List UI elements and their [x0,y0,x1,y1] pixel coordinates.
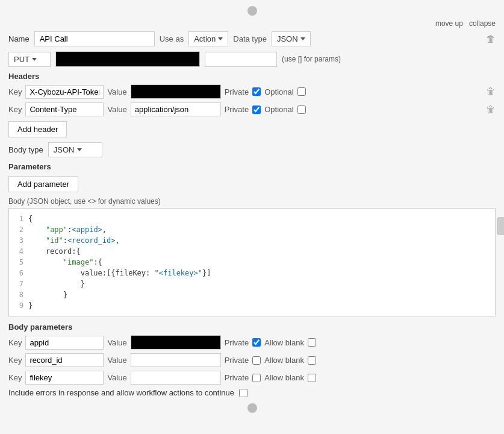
data-type-chevron-icon [300,37,305,40]
header-key-label-2: Key [8,105,22,114]
header-key-input-2[interactable] [25,102,104,116]
data-type-dropdown[interactable]: JSON [272,31,311,46]
body-param-private-label-2: Private [225,356,249,365]
include-errors-checkbox[interactable] [239,389,247,397]
data-type-label: Data type [233,34,267,43]
code-editor[interactable]: 123456789 { "app":<appid>, "id":<record_… [8,208,496,316]
method-chevron-icon [32,58,37,61]
body-param-private-checkbox-1[interactable] [252,338,261,347]
use-as-label: Use as [160,34,184,43]
body-description: Body (JSON object, use <> for dynamic va… [8,197,496,206]
name-input[interactable] [34,31,155,46]
name-label: Name [8,34,30,43]
header-optional-label-2: Optional [264,105,293,114]
body-param-value-input-3[interactable] [131,371,221,385]
body-param-value-label-3: Value [107,373,126,382]
body-param-allow-blank-label-3: Allow blank [264,373,304,382]
body-param-value-label-2: Value [107,356,126,365]
body-type-label: Body type [8,145,43,154]
body-param-key-input-2[interactable] [25,353,104,367]
right-handle [497,217,504,235]
header-value-input-1[interactable] [131,84,221,99]
header-key-label-1: Key [8,87,22,96]
parameters-title: Parameters [8,162,496,171]
body-param-value-input-2[interactable] [131,353,221,367]
delete-header-1-button[interactable]: 🗑 [486,86,496,97]
body-param-private-checkbox-2[interactable] [252,356,261,365]
body-param-key-input-1[interactable] [25,336,104,350]
body-param-key-input-3[interactable] [25,371,104,385]
body-param-private-label-3: Private [225,373,249,382]
header-value-label-2: Value [107,105,126,114]
body-type-chevron-icon [77,148,82,151]
body-type-dropdown[interactable]: JSON [48,142,102,157]
add-parameter-button[interactable]: Add parameter [8,176,78,192]
header-optional-label-1: Optional [264,87,293,96]
delete-header-2-button[interactable]: 🗑 [486,104,496,115]
headers-title: Headers [8,72,496,81]
url-extra-input[interactable] [205,52,277,67]
header-value-label-1: Value [107,87,126,96]
include-errors-label: Include errors in response and allow wor… [8,388,234,397]
header-private-checkbox-2[interactable] [252,105,261,114]
code-content: { "app":<appid>, "id":<record_id>, recor… [28,213,211,311]
delete-action-button[interactable]: 🗑 [486,34,496,45]
body-param-value-input-1[interactable] [131,335,221,350]
collapse-link[interactable]: collapse [469,19,496,28]
method-dropdown[interactable]: PUT [8,52,51,67]
header-optional-checkbox-2[interactable] [297,105,306,114]
body-param-private-checkbox-3[interactable] [252,374,261,382]
method-value: PUT [14,55,30,64]
header-value-input-2[interactable] [131,102,221,116]
body-param-allow-blank-checkbox-3[interactable] [308,374,316,382]
header-optional-checkbox-1[interactable] [297,87,306,96]
header-private-label-2: Private [225,105,249,114]
use-as-value: Action [194,34,216,43]
params-note: (use [] for params) [282,55,341,63]
body-param-key-label-2: Key [8,356,22,365]
body-param-private-label-1: Private [225,338,249,347]
header-private-label-1: Private [225,87,249,96]
use-as-dropdown[interactable]: Action [188,31,228,46]
header-key-input-1[interactable] [25,85,104,99]
data-type-value: JSON [277,34,298,43]
body-param-allow-blank-checkbox-1[interactable] [308,338,316,347]
add-header-button[interactable]: Add header [8,121,67,137]
body-param-allow-blank-label-2: Allow blank [264,356,304,365]
use-as-chevron-icon [218,37,223,40]
body-type-value: JSON [54,145,75,154]
move-up-link[interactable]: move up [435,19,463,28]
body-param-key-label-3: Key [8,373,22,382]
body-param-allow-blank-checkbox-2[interactable] [308,356,316,365]
body-param-allow-blank-label-1: Allow blank [264,338,304,347]
header-private-checkbox-1[interactable] [252,87,261,96]
line-numbers: 123456789 [14,213,23,311]
body-parameters-title: Body parameters [8,322,496,332]
body-param-key-label-1: Key [8,338,22,347]
url-input[interactable] [55,51,200,67]
body-param-value-label-1: Value [107,338,126,347]
